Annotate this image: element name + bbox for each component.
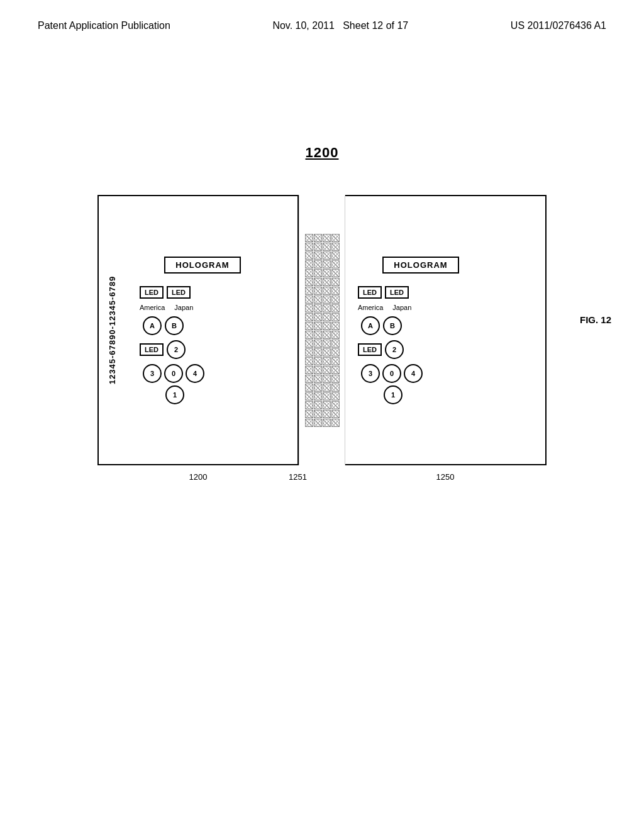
- hatch-cell: [323, 287, 331, 295]
- hatch-row: [305, 322, 340, 330]
- hatch-cell: [314, 243, 322, 251]
- led3-row-left: LED 2: [140, 340, 186, 359]
- hatch-cell: [323, 384, 331, 392]
- hatch-row: [305, 340, 340, 348]
- hatch-cell: [323, 340, 331, 348]
- hatch-cell: [314, 287, 322, 295]
- hatch-cell: [305, 401, 313, 409]
- circle-1-right[interactable]: 1: [384, 385, 402, 404]
- hatch-cell: [305, 234, 313, 242]
- hatch-cell: [331, 269, 340, 277]
- right-card-inner: HOLOGRAM LED LED America Japan A: [345, 196, 545, 464]
- hatch-cell: [323, 366, 331, 374]
- hatch-row: [305, 419, 340, 427]
- hatch-cell: [331, 401, 340, 409]
- hatch-cell: [305, 419, 313, 427]
- hologram-box-right: HOLOGRAM: [382, 257, 458, 281]
- hatch-row: [305, 269, 340, 277]
- num-row-bottom-right: 1: [364, 385, 423, 404]
- hatch-cell: [305, 357, 313, 365]
- hatch-row: [305, 234, 340, 242]
- hatch-cell: [323, 401, 331, 409]
- strip-label: 1251: [289, 472, 307, 482]
- hatch-cell: [314, 366, 322, 374]
- hatch-cell: [314, 375, 322, 383]
- hatch-cell: [314, 252, 322, 260]
- circle-2-left[interactable]: 2: [167, 340, 186, 359]
- led2-right: LED: [385, 286, 409, 299]
- hatch-cell: [305, 304, 313, 313]
- publication-label: Patent Application Publication: [38, 20, 170, 31]
- circle-a-right[interactable]: A: [361, 316, 380, 335]
- circle-a-left[interactable]: A: [143, 316, 162, 335]
- hatch-cell: [323, 296, 331, 304]
- hatch-cell: [305, 375, 313, 383]
- hatch-row: [305, 313, 340, 321]
- hatch-cell: [305, 331, 313, 339]
- hatch-cell: [331, 278, 340, 286]
- hatch-row: [305, 348, 340, 357]
- hatch-cell: [323, 419, 331, 427]
- hologram-box-left: HOLOGRAM: [164, 257, 240, 281]
- hatch-cell: [305, 322, 313, 330]
- hatch-cell: [331, 340, 340, 348]
- right-card-panel: HOLOGRAM LED LED America Japan A: [345, 195, 547, 465]
- hatch-cell: [331, 410, 340, 418]
- hatch-cell: [331, 392, 340, 401]
- circle-4-left[interactable]: 4: [186, 364, 204, 383]
- sheet-info: Sheet 12 of 17: [343, 20, 408, 31]
- num-section-left: 3 0 4 1: [143, 364, 204, 404]
- left-card-inner: 12345-67890-12345-6789 HOLOGRAM LED LED …: [99, 196, 297, 464]
- hatch-cell: [305, 269, 313, 277]
- hatch-cell: [314, 322, 322, 330]
- hatch-cell: [331, 419, 340, 427]
- circle-0-left[interactable]: 0: [164, 364, 183, 383]
- hologram-label-left: HOLOGRAM: [164, 257, 240, 274]
- hatch-cell: [305, 260, 313, 268]
- led3-left: LED: [140, 343, 164, 356]
- hatch-cell: [323, 260, 331, 268]
- hatch-cell: [323, 269, 331, 277]
- circle-1-left[interactable]: 1: [165, 385, 184, 404]
- country1-right: America: [358, 304, 383, 311]
- hatch-row: [305, 357, 340, 365]
- led3-right: LED: [358, 343, 382, 356]
- hatch-row: [305, 366, 340, 374]
- hatch-cell: [314, 278, 322, 286]
- hatch-cell: [305, 410, 313, 418]
- hatch-cell: [314, 348, 322, 357]
- right-panel-label: 1250: [436, 472, 455, 482]
- hatch-cell: [305, 392, 313, 401]
- hatch-cell: [331, 304, 340, 313]
- hatch-cell: [323, 304, 331, 313]
- hatch-cell: [331, 348, 340, 357]
- circle-0-right[interactable]: 0: [382, 364, 401, 383]
- hatch-cell: [314, 304, 322, 313]
- hatch-cell: [323, 410, 331, 418]
- ab-circles-right: A B: [361, 316, 402, 335]
- circle-b-left[interactable]: B: [165, 316, 184, 335]
- hatch-cell: [323, 278, 331, 286]
- hatch-cell: [331, 313, 340, 321]
- hatch-cell: [323, 313, 331, 321]
- diagram-container: 12345-67890-12345-6789 HOLOGRAM LED LED …: [97, 195, 547, 465]
- header-center: Nov. 10, 2011 Sheet 12 of 17: [272, 20, 408, 31]
- hatch-cell: [323, 392, 331, 401]
- hatch-cell: [331, 375, 340, 383]
- left-panel-label: 1200: [189, 472, 208, 482]
- circle-2-right[interactable]: 2: [385, 340, 404, 359]
- left-card-content: HOLOGRAM LED LED America Japan A: [140, 257, 265, 404]
- figure-title: 1200: [306, 145, 339, 161]
- circle-4-right[interactable]: 4: [404, 364, 423, 383]
- hatch-cell: [314, 419, 322, 427]
- circle-3-left[interactable]: 3: [143, 364, 162, 383]
- country-row-left: America Japan: [140, 304, 193, 311]
- led-row-left: LED LED: [140, 286, 191, 299]
- hatch-cell: [305, 243, 313, 251]
- hatch-row: [305, 304, 340, 313]
- hatch-cell: [305, 340, 313, 348]
- led1-left: LED: [140, 286, 164, 299]
- hatch-cell: [305, 366, 313, 374]
- circle-3-right[interactable]: 3: [361, 364, 380, 383]
- circle-b-right[interactable]: B: [383, 316, 402, 335]
